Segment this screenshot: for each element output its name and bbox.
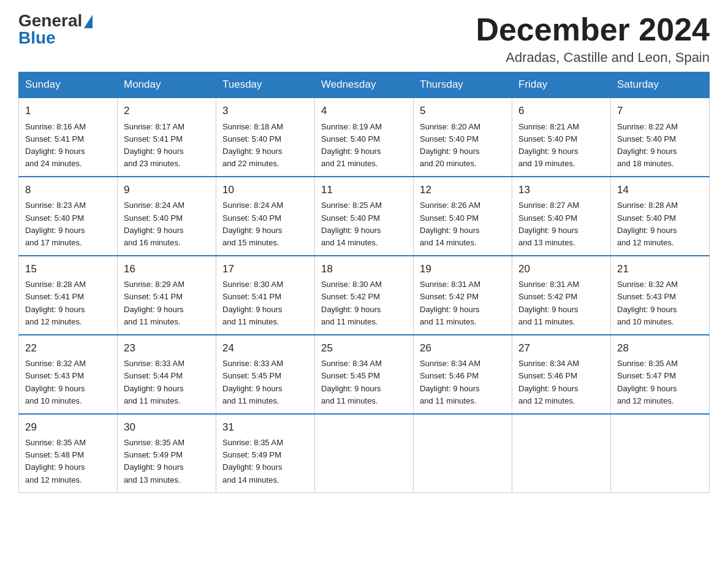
day-info: Sunrise: 8:21 AMSunset: 5:40 PMDaylight:… [518, 122, 579, 168]
day-info: Sunrise: 8:34 AMSunset: 5:46 PMDaylight:… [518, 359, 579, 405]
day-info: Sunrise: 8:35 AMSunset: 5:47 PMDaylight:… [617, 359, 678, 405]
day-number: 8 [25, 182, 111, 198]
table-row: 9 Sunrise: 8:24 AMSunset: 5:40 PMDayligh… [118, 177, 216, 256]
day-info: Sunrise: 8:35 AMSunset: 5:49 PMDaylight:… [124, 438, 184, 484]
table-row: 18 Sunrise: 8:30 AMSunset: 5:42 PMDaylig… [315, 256, 414, 335]
table-row [512, 414, 611, 492]
calendar-table: Sunday Monday Tuesday Wednesday Thursday… [18, 72, 710, 493]
table-row: 14 Sunrise: 8:28 AMSunset: 5:40 PMDaylig… [611, 177, 710, 256]
table-row: 26 Sunrise: 8:34 AMSunset: 5:46 PMDaylig… [414, 335, 512, 414]
day-info: Sunrise: 8:16 AMSunset: 5:41 PMDaylight:… [25, 122, 86, 168]
day-number: 16 [124, 261, 210, 277]
col-saturday: Saturday [611, 72, 710, 98]
day-info: Sunrise: 8:32 AMSunset: 5:43 PMDaylight:… [617, 280, 678, 326]
table-row [315, 414, 414, 492]
day-number: 7 [617, 103, 703, 119]
table-row: 21 Sunrise: 8:32 AMSunset: 5:43 PMDaylig… [611, 256, 710, 335]
logo-general-text: General [18, 12, 82, 29]
day-number: 28 [617, 340, 703, 356]
day-number: 2 [124, 103, 210, 119]
day-info: Sunrise: 8:31 AMSunset: 5:42 PMDaylight:… [518, 280, 579, 326]
table-row: 25 Sunrise: 8:34 AMSunset: 5:45 PMDaylig… [315, 335, 414, 414]
table-row [611, 414, 710, 492]
title-block: December 2024 Adradas, Castille and Leon… [476, 12, 710, 66]
day-info: Sunrise: 8:24 AMSunset: 5:40 PMDaylight:… [124, 201, 184, 247]
day-number: 10 [222, 182, 308, 198]
day-number: 1 [25, 103, 111, 119]
day-number: 22 [25, 340, 111, 356]
calendar-week-row: 22 Sunrise: 8:32 AMSunset: 5:43 PMDaylig… [19, 335, 710, 414]
col-sunday: Sunday [19, 72, 118, 98]
table-row: 20 Sunrise: 8:31 AMSunset: 5:42 PMDaylig… [512, 256, 611, 335]
logo: General Blue [18, 12, 93, 47]
col-wednesday: Wednesday [315, 72, 414, 98]
table-row: 10 Sunrise: 8:24 AMSunset: 5:40 PMDaylig… [216, 177, 315, 256]
table-row: 30 Sunrise: 8:35 AMSunset: 5:49 PMDaylig… [118, 414, 216, 492]
table-row: 23 Sunrise: 8:33 AMSunset: 5:44 PMDaylig… [118, 335, 216, 414]
table-row: 1 Sunrise: 8:16 AMSunset: 5:41 PMDayligh… [19, 98, 118, 177]
day-info: Sunrise: 8:34 AMSunset: 5:46 PMDaylight:… [420, 359, 480, 405]
calendar-week-row: 8 Sunrise: 8:23 AMSunset: 5:40 PMDayligh… [19, 177, 710, 256]
day-number: 4 [321, 103, 407, 119]
day-info: Sunrise: 8:17 AMSunset: 5:41 PMDaylight:… [124, 122, 184, 168]
day-info: Sunrise: 8:35 AMSunset: 5:48 PMDaylight:… [25, 438, 86, 484]
table-row: 6 Sunrise: 8:21 AMSunset: 5:40 PMDayligh… [512, 98, 611, 177]
day-number: 31 [222, 419, 308, 435]
table-row: 24 Sunrise: 8:33 AMSunset: 5:45 PMDaylig… [216, 335, 315, 414]
day-number: 18 [321, 261, 407, 277]
col-tuesday: Tuesday [216, 72, 315, 98]
day-info: Sunrise: 8:25 AMSunset: 5:40 PMDaylight:… [321, 201, 382, 247]
day-info: Sunrise: 8:19 AMSunset: 5:40 PMDaylight:… [321, 122, 382, 168]
day-number: 23 [124, 340, 210, 356]
day-info: Sunrise: 8:28 AMSunset: 5:41 PMDaylight:… [25, 280, 86, 326]
table-row: 15 Sunrise: 8:28 AMSunset: 5:41 PMDaylig… [19, 256, 118, 335]
day-info: Sunrise: 8:27 AMSunset: 5:40 PMDaylight:… [518, 201, 579, 247]
page-header: General Blue December 2024 Adradas, Cast… [18, 12, 710, 66]
day-info: Sunrise: 8:24 AMSunset: 5:40 PMDaylight:… [222, 201, 283, 247]
day-number: 11 [321, 182, 407, 198]
day-number: 12 [420, 182, 506, 198]
day-number: 25 [321, 340, 407, 356]
logo-triangle-icon [84, 15, 93, 28]
col-thursday: Thursday [414, 72, 512, 98]
day-number: 3 [222, 103, 308, 119]
col-friday: Friday [512, 72, 611, 98]
table-row: 13 Sunrise: 8:27 AMSunset: 5:40 PMDaylig… [512, 177, 611, 256]
day-number: 27 [518, 340, 604, 356]
day-info: Sunrise: 8:33 AMSunset: 5:45 PMDaylight:… [222, 359, 283, 405]
table-row: 11 Sunrise: 8:25 AMSunset: 5:40 PMDaylig… [315, 177, 414, 256]
day-number: 29 [25, 419, 111, 435]
logo-blue-text: Blue [18, 29, 56, 47]
day-number: 24 [222, 340, 308, 356]
day-number: 30 [124, 419, 210, 435]
day-number: 15 [25, 261, 111, 277]
location-title: Adradas, Castille and Leon, Spain [476, 50, 710, 66]
day-info: Sunrise: 8:23 AMSunset: 5:40 PMDaylight:… [25, 201, 86, 247]
day-number: 17 [222, 261, 308, 277]
day-number: 19 [420, 261, 506, 277]
table-row: 7 Sunrise: 8:22 AMSunset: 5:40 PMDayligh… [611, 98, 710, 177]
table-row: 22 Sunrise: 8:32 AMSunset: 5:43 PMDaylig… [19, 335, 118, 414]
day-info: Sunrise: 8:30 AMSunset: 5:41 PMDaylight:… [222, 280, 283, 326]
table-row: 3 Sunrise: 8:18 AMSunset: 5:40 PMDayligh… [216, 98, 315, 177]
day-number: 9 [124, 182, 210, 198]
day-info: Sunrise: 8:28 AMSunset: 5:40 PMDaylight:… [617, 201, 678, 247]
table-row: 17 Sunrise: 8:30 AMSunset: 5:41 PMDaylig… [216, 256, 315, 335]
day-info: Sunrise: 8:20 AMSunset: 5:40 PMDaylight:… [420, 122, 480, 168]
table-row: 27 Sunrise: 8:34 AMSunset: 5:46 PMDaylig… [512, 335, 611, 414]
day-info: Sunrise: 8:22 AMSunset: 5:40 PMDaylight:… [617, 122, 678, 168]
day-number: 5 [420, 103, 506, 119]
table-row: 12 Sunrise: 8:26 AMSunset: 5:40 PMDaylig… [414, 177, 512, 256]
day-info: Sunrise: 8:30 AMSunset: 5:42 PMDaylight:… [321, 280, 382, 326]
day-info: Sunrise: 8:18 AMSunset: 5:40 PMDaylight:… [222, 122, 283, 168]
day-number: 14 [617, 182, 703, 198]
table-row [414, 414, 512, 492]
day-info: Sunrise: 8:32 AMSunset: 5:43 PMDaylight:… [25, 359, 86, 405]
day-info: Sunrise: 8:29 AMSunset: 5:41 PMDaylight:… [124, 280, 184, 326]
table-row: 29 Sunrise: 8:35 AMSunset: 5:48 PMDaylig… [19, 414, 118, 492]
day-number: 21 [617, 261, 703, 277]
table-row: 8 Sunrise: 8:23 AMSunset: 5:40 PMDayligh… [19, 177, 118, 256]
day-number: 6 [518, 103, 604, 119]
table-row: 2 Sunrise: 8:17 AMSunset: 5:41 PMDayligh… [118, 98, 216, 177]
table-row: 5 Sunrise: 8:20 AMSunset: 5:40 PMDayligh… [414, 98, 512, 177]
